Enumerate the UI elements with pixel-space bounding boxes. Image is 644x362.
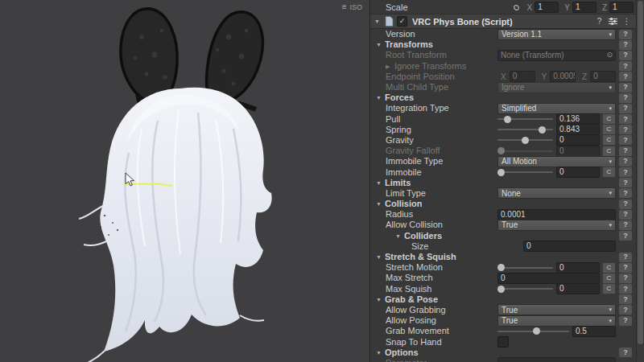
dropdown-immobile-type[interactable]: All Motion▾ — [497, 156, 616, 167]
help-button[interactable]: ? — [618, 82, 633, 93]
help-button[interactable]: ? — [618, 209, 633, 220]
object-picker-icon[interactable]: ⊙ — [606, 51, 613, 59]
foldout-expanded-icon[interactable]: ▼ — [376, 180, 383, 186]
help-button[interactable]: ? — [618, 146, 633, 157]
object-field-root-transform[interactable]: None (Transform)⊙ — [497, 50, 616, 61]
slider-gravity[interactable] — [497, 135, 553, 145]
slider-handle[interactable] — [497, 169, 505, 176]
slider-pull[interactable] — [497, 114, 553, 124]
inspector-scrollbar[interactable] — [636, 0, 644, 362]
help-button[interactable]: ? — [618, 273, 633, 284]
slider-handle[interactable] — [522, 137, 529, 144]
scene-view[interactable]: ≡ ISO — [0, 0, 370, 362]
help-button[interactable]: ? — [618, 283, 633, 294]
help-button[interactable]: ? — [618, 71, 633, 82]
slider-handle[interactable] — [533, 327, 540, 335]
dropdown-allow-posing[interactable]: True▾ — [497, 315, 616, 327]
slider-grab-movement[interactable] — [497, 327, 569, 336]
value-field-spring[interactable]: 0.843 — [556, 124, 600, 135]
component-foldout-icon[interactable]: ▼ — [374, 19, 382, 24]
help-button[interactable]: ? — [618, 29, 633, 40]
slider-handle[interactable] — [497, 264, 505, 271]
field-size[interactable]: 0 — [523, 241, 616, 252]
value-field-stretch-motion[interactable]: 0 — [556, 262, 600, 274]
curve-button[interactable]: C — [602, 113, 616, 125]
dropdown-limit-type[interactable]: None▾ — [497, 187, 616, 199]
curve-button[interactable]: C — [602, 273, 616, 284]
value-field-pull[interactable]: 0.136 — [556, 113, 600, 125]
value-field-gravity-falloff[interactable]: 0 — [556, 146, 600, 157]
help-button[interactable]: ? — [618, 347, 633, 358]
endpoint-position-x-field[interactable]: 0 — [510, 71, 535, 82]
foldout-expanded-icon[interactable]: ▼ — [376, 95, 383, 101]
help-button[interactable]: ? — [618, 304, 633, 315]
component-menu-icon[interactable]: ⋮ — [621, 17, 632, 26]
foldout-expanded-icon[interactable]: ▼ — [376, 254, 383, 260]
help-button[interactable]: ? — [618, 220, 633, 231]
help-button[interactable]: ? — [618, 103, 633, 114]
slider-handle[interactable] — [504, 116, 511, 123]
scene-projection-indicator[interactable]: ≡ ISO — [342, 2, 362, 11]
help-button[interactable]: ? — [618, 230, 633, 241]
dropdown-integration-type[interactable]: Simplified▾ — [497, 103, 616, 114]
help-button[interactable]: ? — [618, 60, 633, 72]
foldout-collapsed-icon[interactable]: ▶ — [386, 64, 393, 69]
help-button[interactable]: ? — [618, 252, 633, 263]
help-button[interactable]: ? — [618, 315, 633, 327]
foldout-expanded-icon[interactable]: ▼ — [395, 233, 402, 239]
help-button[interactable]: ? — [618, 50, 633, 61]
value-field-max-squish[interactable]: 0 — [556, 283, 600, 294]
checkbox-snap-to-hand[interactable] — [497, 336, 509, 348]
help-button[interactable]: ? — [618, 156, 633, 167]
help-button[interactable]: ? — [618, 187, 633, 199]
help-button[interactable]: ? — [618, 167, 633, 178]
foldout-expanded-icon[interactable]: ▼ — [376, 350, 383, 356]
scale-x-field[interactable]: 1 — [535, 2, 559, 13]
curve-button[interactable]: C — [602, 124, 616, 135]
constrain-proportions-icon[interactable] — [512, 2, 522, 12]
dropdown-allow-collision[interactable]: True▾ — [497, 220, 616, 231]
component-enabled-checkbox[interactable]: ✓ — [397, 16, 407, 27]
slider-spring[interactable] — [497, 125, 553, 134]
value-field-immobile[interactable]: 0 — [556, 167, 600, 178]
foldout-expanded-icon[interactable]: ▼ — [376, 201, 383, 207]
help-button[interactable]: ? — [618, 113, 633, 125]
field-max-stretch[interactable]: 0 — [497, 273, 600, 284]
foldout-expanded-icon[interactable]: ▼ — [376, 42, 383, 47]
slider-handle[interactable] — [539, 126, 546, 134]
help-button[interactable]: ? — [618, 39, 633, 51]
slider-handle[interactable] — [497, 286, 505, 293]
value-field-grab-movement[interactable]: 0.5 — [572, 326, 616, 337]
endpoint-position-z-field[interactable]: 0 — [590, 71, 616, 82]
field-radius[interactable]: 0.0001 — [497, 209, 616, 220]
endpoint-position-y-field[interactable]: 0.0005 — [550, 71, 576, 82]
help-button[interactable]: ? — [618, 262, 633, 274]
scale-z-field[interactable]: 1 — [609, 2, 634, 13]
slider-handle[interactable] — [497, 147, 505, 154]
dropdown-allow-grabbing[interactable]: True▾ — [497, 304, 616, 315]
value-field-gravity[interactable]: 0 — [556, 134, 600, 146]
slider-immobile[interactable] — [497, 167, 553, 177]
help-button[interactable]: ? — [618, 199, 633, 210]
scale-y-field[interactable]: 1 — [572, 2, 597, 13]
help-button[interactable]: ? — [618, 294, 633, 305]
field-parameter[interactable] — [497, 357, 616, 362]
slider-stretch-motion[interactable] — [497, 263, 553, 273]
help-button[interactable]: ? — [618, 134, 633, 146]
help-button[interactable]: ? — [618, 177, 633, 188]
presets-icon[interactable] — [608, 17, 618, 26]
curve-button[interactable]: C — [602, 283, 616, 294]
foldout-expanded-icon[interactable]: ▼ — [376, 297, 383, 302]
dropdown-multi-child-type[interactable]: Ignore▾ — [497, 82, 616, 93]
help-button[interactable]: ? — [618, 124, 633, 135]
curve-button[interactable]: C — [602, 167, 616, 178]
dropdown-version[interactable]: Version 1.1▾ — [497, 29, 616, 40]
help-button[interactable]: ? — [618, 93, 633, 104]
curve-button[interactable]: C — [602, 134, 616, 146]
scrollbar-thumb[interactable] — [638, 1, 643, 344]
slider-max-squish[interactable] — [497, 284, 553, 294]
component-help-icon[interactable]: ? — [594, 17, 605, 26]
slider-gravity-falloff[interactable] — [497, 146, 553, 156]
curve-button[interactable]: C — [602, 146, 616, 157]
curve-button[interactable]: C — [602, 262, 616, 274]
